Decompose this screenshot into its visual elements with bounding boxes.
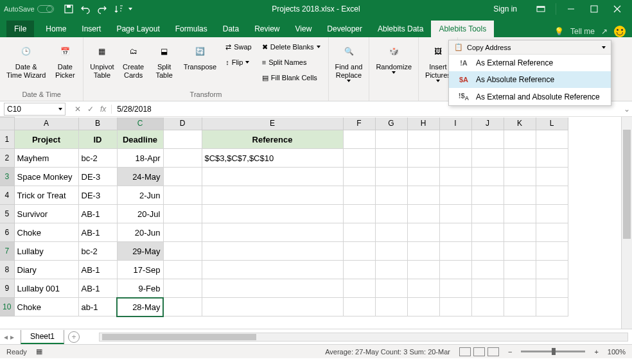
zoom-level[interactable]: 100% xyxy=(608,348,626,356)
unpivot-table-button[interactable]: ▦UnpivotTable xyxy=(87,40,116,81)
cell-A10[interactable]: Choke xyxy=(14,298,78,316)
page-break-view-icon[interactable] xyxy=(487,347,499,356)
cell-L10[interactable] xyxy=(536,298,568,316)
tab-home[interactable]: Home xyxy=(38,21,74,37)
cell-H9[interactable] xyxy=(407,279,439,298)
date-time-wizard-button[interactable]: 🕒Date &Time Wizard xyxy=(4,40,48,81)
row-header-5[interactable]: 5 xyxy=(0,205,14,223)
cell-I4[interactable] xyxy=(439,186,471,205)
cell-A2[interactable]: Mayhem xyxy=(14,149,78,168)
tab-developer[interactable]: Developer xyxy=(319,21,370,37)
horizontal-scrollbar[interactable] xyxy=(99,333,628,342)
cell-K6[interactable] xyxy=(504,223,536,242)
cell-D7[interactable] xyxy=(163,242,202,261)
cell-E5[interactable] xyxy=(202,205,343,223)
cell-H3[interactable] xyxy=(407,168,439,186)
page-layout-view-icon[interactable] xyxy=(473,347,485,356)
enter-icon[interactable]: ✓ xyxy=(87,105,94,114)
cell-I2[interactable] xyxy=(439,149,471,168)
cell-G1[interactable] xyxy=(375,130,407,149)
cell-C9[interactable]: 9-Feb xyxy=(117,279,163,298)
cell-A7[interactable]: Lullaby xyxy=(14,242,78,261)
col-header-A[interactable]: A xyxy=(14,117,78,130)
cell-E4[interactable] xyxy=(202,186,343,205)
delete-blanks-button[interactable]: ✖Delete Blanks xyxy=(258,40,324,54)
cell-G7[interactable] xyxy=(375,242,407,261)
cell-F10[interactable] xyxy=(343,298,375,316)
tab-file[interactable]: File xyxy=(6,21,34,37)
col-header-E[interactable]: E xyxy=(202,117,343,130)
cell-G10[interactable] xyxy=(375,298,407,316)
tab-page-layout[interactable]: Page Layout xyxy=(109,21,167,37)
sheet-tab-1[interactable]: Sheet1 xyxy=(21,330,64,344)
cell-J5[interactable] xyxy=(471,205,504,223)
cell-A6[interactable]: Choke xyxy=(14,223,78,242)
col-header-I[interactable]: I xyxy=(439,117,471,130)
cell-L5[interactable] xyxy=(536,205,568,223)
cell-E3[interactable] xyxy=(202,168,343,186)
cell-C5[interactable]: 20-Jul xyxy=(117,205,163,223)
cell-B4[interactable]: DE-3 xyxy=(78,186,117,205)
cell-G5[interactable] xyxy=(375,205,407,223)
copy-address-button[interactable]: 📋 Copy Address xyxy=(449,40,611,55)
col-header-G[interactable]: G xyxy=(375,117,407,130)
col-header-B[interactable]: B xyxy=(78,117,117,130)
add-sheet-button[interactable]: + xyxy=(68,331,80,343)
cell-B9[interactable]: AB-1 xyxy=(78,279,117,298)
minimize-button[interactable] xyxy=(560,2,582,16)
cell-C7[interactable]: 29-May xyxy=(117,242,163,261)
cell-E6[interactable] xyxy=(202,223,343,242)
col-header-F[interactable]: F xyxy=(343,117,375,130)
cell-A3[interactable]: Space Monkey xyxy=(14,168,78,186)
cell-F7[interactable] xyxy=(343,242,375,261)
cell-E1[interactable]: Reference xyxy=(202,130,343,149)
cell-I7[interactable] xyxy=(439,242,471,261)
cell-C1[interactable]: Deadline xyxy=(117,130,163,149)
cell-L6[interactable] xyxy=(536,223,568,242)
randomize-button[interactable]: 🎲Randomize xyxy=(373,40,414,75)
cell-F5[interactable] xyxy=(343,205,375,223)
cell-H6[interactable] xyxy=(407,223,439,242)
autosave-toggle[interactable]: AutoSave xyxy=(4,5,54,13)
row-header-9[interactable]: 9 xyxy=(0,279,14,298)
cell-D1[interactable] xyxy=(163,130,202,149)
cell-L8[interactable] xyxy=(536,261,568,279)
col-header-C[interactable]: C xyxy=(117,117,163,130)
cell-K5[interactable] xyxy=(504,205,536,223)
normal-view-icon[interactable] xyxy=(459,347,471,356)
cell-H2[interactable] xyxy=(407,149,439,168)
cell-I3[interactable] xyxy=(439,168,471,186)
cell-G4[interactable] xyxy=(375,186,407,205)
cell-D6[interactable] xyxy=(163,223,202,242)
row-header-2[interactable]: 2 xyxy=(0,149,14,168)
cell-B8[interactable]: AB-1 xyxy=(78,261,117,279)
cell-K2[interactable] xyxy=(504,149,536,168)
fill-blank-button[interactable]: ▤Fill Blank Cells xyxy=(258,71,324,85)
expand-formula-bar-icon[interactable]: ⌄ xyxy=(622,105,632,114)
flip-button[interactable]: ↕Flip xyxy=(222,55,256,69)
cell-F1[interactable] xyxy=(343,130,375,149)
cell-K4[interactable] xyxy=(504,186,536,205)
cell-K9[interactable] xyxy=(504,279,536,298)
cell-B5[interactable]: AB-1 xyxy=(78,205,117,223)
cell-B6[interactable]: AB-1 xyxy=(78,223,117,242)
vertical-scrollbar[interactable] xyxy=(621,117,632,329)
cell-J4[interactable] xyxy=(471,186,504,205)
cell-L4[interactable] xyxy=(536,186,568,205)
cell-I1[interactable] xyxy=(439,130,471,149)
col-header-K[interactable]: K xyxy=(504,117,536,130)
cell-I10[interactable] xyxy=(439,298,471,316)
cell-E10[interactable] xyxy=(202,298,343,316)
cell-B3[interactable]: DE-3 xyxy=(78,168,117,186)
cell-J10[interactable] xyxy=(471,298,504,316)
tab-data[interactable]: Data xyxy=(215,21,247,37)
cell-C8[interactable]: 17-Sep xyxy=(117,261,163,279)
cell-F3[interactable] xyxy=(343,168,375,186)
row-header-10[interactable]: 10 xyxy=(0,298,14,316)
cell-A9[interactable]: Lullaby 001 xyxy=(14,279,78,298)
cell-F6[interactable] xyxy=(343,223,375,242)
cell-E8[interactable] xyxy=(202,261,343,279)
macro-icon[interactable]: ▦ xyxy=(36,347,42,356)
tab-view[interactable]: View xyxy=(288,21,320,37)
cell-G8[interactable] xyxy=(375,261,407,279)
